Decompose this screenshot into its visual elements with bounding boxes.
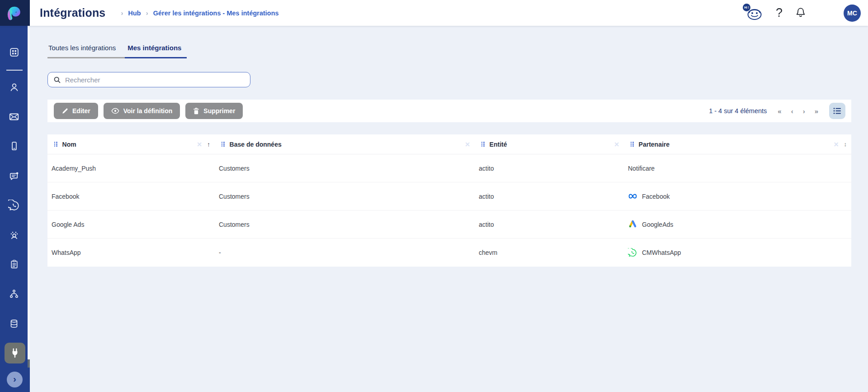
trash-icon	[193, 108, 199, 115]
user-avatar[interactable]: MC	[844, 5, 861, 22]
breadcrumb-current[interactable]: Gérer les intégrations - Mes intégration…	[153, 10, 279, 17]
column-resize-icon[interactable]: ↕	[844, 141, 847, 148]
dashboard-grid-icon	[9, 47, 20, 58]
delete-button[interactable]: Supprimer	[185, 103, 243, 119]
sidebar-scrollbar-track[interactable]	[28, 26, 30, 368]
column-header-base-de-donnees[interactable]: Base de données ✕	[215, 134, 475, 154]
sidebar-divider	[6, 70, 23, 71]
chat-bubble-icon	[8, 170, 20, 182]
view-definition-button[interactable]: Voir la définition	[104, 103, 180, 119]
prev-page-button[interactable]: ‹	[791, 108, 793, 115]
sidebar-item-mobile[interactable]	[0, 140, 28, 152]
assistant-hi-badge: Hi !	[743, 4, 750, 11]
page-title: Intégrations	[40, 6, 105, 19]
breadcrumb-sep-icon: ›	[121, 9, 123, 17]
cell-base-de-donnees: Customers	[215, 193, 475, 200]
person-icon	[9, 81, 20, 93]
help-icon[interactable]: ?	[776, 6, 783, 20]
sidebar-item-chat[interactable]	[0, 170, 28, 182]
column-drag-handle-icon[interactable]	[631, 142, 634, 147]
list-view-button[interactable]	[829, 103, 845, 119]
next-page-button[interactable]: ›	[803, 108, 805, 115]
cell-partenaire: GoogleAds	[624, 220, 851, 229]
cell-entite: actito	[475, 193, 624, 200]
top-header: Intégrations › Hub › Gérer les intégrati…	[0, 0, 868, 26]
clear-filter-icon[interactable]: ✕	[834, 141, 839, 148]
cell-nom: Academy_Push	[47, 165, 215, 172]
clipboard-icon	[9, 258, 20, 270]
table-header-row: Nom ✕ ↑ Base de données ✕ En	[47, 134, 851, 154]
column-drag-handle-icon[interactable]	[54, 142, 57, 147]
tab-my-integrations[interactable]: Mes intégrations	[125, 44, 187, 58]
whatsapp-icon	[8, 200, 20, 212]
pagination-summary: 1 - 4 sur 4 éléments	[709, 107, 767, 115]
clear-filter-icon[interactable]: ✕	[197, 141, 202, 148]
clear-filter-icon[interactable]: ✕	[614, 141, 619, 148]
pagination-controls: « ‹ › »	[778, 108, 818, 115]
plug-icon	[9, 347, 21, 359]
cell-nom: WhatsApp	[47, 249, 215, 256]
eye-icon	[111, 108, 119, 114]
column-header-entite[interactable]: Entité ✕	[475, 134, 624, 154]
list-view-icon	[833, 107, 841, 115]
sidebar-item-dashboard[interactable]	[0, 47, 28, 58]
cell-partenaire: CMWhatsApp	[624, 248, 851, 258]
cell-base-de-donnees: -	[215, 249, 475, 256]
tabs-bar: Toutes les intégrations Mes intégrations	[47, 44, 851, 58]
sidebar-nav: ›	[0, 26, 30, 392]
sidebar-item-profiles[interactable]	[0, 81, 28, 93]
integrations-table: Nom ✕ ↑ Base de données ✕ En	[47, 134, 851, 267]
column-drag-handle-icon[interactable]	[481, 142, 485, 147]
cell-entite: actito	[475, 165, 624, 172]
notifications-bell-icon[interactable]	[795, 7, 807, 19]
mobile-phone-icon	[9, 140, 20, 152]
sidebar-item-surveys[interactable]	[0, 258, 28, 270]
edit-button[interactable]: Editer	[54, 103, 98, 119]
cell-partenaire: Notificare	[624, 165, 851, 172]
cell-entite: actito	[475, 221, 624, 228]
table-row[interactable]: Google Ads Customers actito GoogleAds	[47, 210, 851, 239]
google-ads-icon	[628, 220, 637, 229]
breadcrumb-sep-icon: ›	[146, 9, 148, 17]
cell-base-de-donnees: Customers	[215, 221, 475, 228]
app-logo[interactable]	[0, 0, 30, 26]
breadcrumb-hub[interactable]: Hub	[128, 10, 141, 17]
workflow-icon	[8, 288, 20, 300]
column-header-nom[interactable]: Nom ✕ ↑	[47, 134, 215, 154]
search-input[interactable]	[65, 76, 245, 84]
audience-icon	[8, 229, 20, 241]
logo-ribbon-icon	[5, 3, 25, 23]
sidebar-item-audiences[interactable]	[0, 229, 28, 241]
sidebar-item-data[interactable]	[0, 318, 28, 330]
whatsapp-icon	[628, 248, 637, 258]
database-icon	[8, 318, 20, 330]
assistant-mascot-button[interactable]: Hi !	[744, 4, 764, 22]
expand-chevron-icon: ›	[13, 373, 16, 384]
clear-filter-icon[interactable]: ✕	[465, 141, 470, 148]
search-box	[47, 72, 250, 87]
table-row[interactable]: Academy_Push Customers actito Notificare	[47, 154, 851, 182]
envelope-icon	[8, 111, 20, 123]
pencil-icon	[61, 108, 68, 115]
breadcrumb: › Hub › Gérer les intégrations - Mes int…	[121, 9, 278, 17]
search-icon	[53, 76, 61, 84]
first-page-button[interactable]: «	[778, 108, 781, 115]
sidebar-item-email[interactable]	[0, 111, 28, 123]
actions-toolbar: Editer Voir la définition Supprimer 1 - …	[47, 100, 851, 122]
column-header-partenaire[interactable]: Partenaire ✕ ↕	[624, 134, 851, 154]
table-row[interactable]: WhatsApp - chevm CMWhatsApp	[47, 239, 851, 267]
sidebar-item-workflows[interactable]	[0, 288, 28, 300]
tab-all-integrations[interactable]: Toutes les intégrations	[47, 44, 125, 58]
sidebar-scrollbar-thumb[interactable]	[28, 359, 30, 368]
cell-nom: Google Ads	[47, 221, 215, 228]
cell-entite: chevm	[475, 249, 624, 256]
table-row[interactable]: Facebook Customers actito Facebook	[47, 182, 851, 210]
cell-nom: Facebook	[47, 193, 215, 200]
sort-ascending-icon[interactable]: ↑	[207, 141, 210, 148]
cell-base-de-donnees: Customers	[215, 165, 475, 172]
sidebar-item-integrations[interactable]	[5, 343, 25, 363]
sidebar-expand-button[interactable]: ›	[7, 372, 23, 387]
sidebar-item-whatsapp[interactable]	[0, 200, 28, 212]
column-drag-handle-icon[interactable]	[222, 142, 225, 147]
last-page-button[interactable]: »	[815, 108, 818, 115]
